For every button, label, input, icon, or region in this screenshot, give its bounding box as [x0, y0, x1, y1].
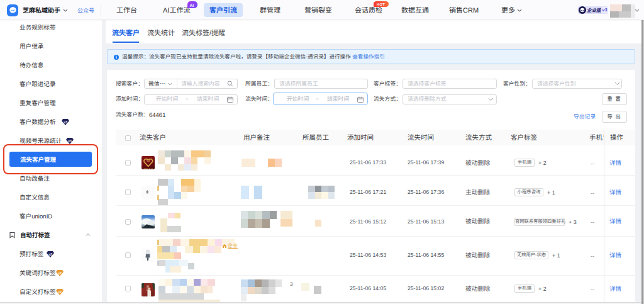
- svg-text:v2: v2: [58, 289, 62, 293]
- svg-text:v2: v2: [48, 251, 52, 256]
- svg-text:v3: v3: [68, 138, 72, 142]
- svg-text:v3: v3: [64, 119, 67, 123]
- svg-text:招果: 招果: [146, 159, 150, 162]
- svg-text:v2: v2: [58, 270, 62, 274]
- svg-text:GOLD HEART: GOLD HEART: [143, 166, 153, 169]
